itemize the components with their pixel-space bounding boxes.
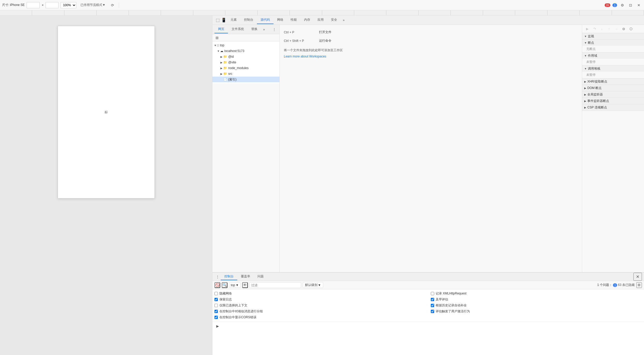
checkbox-right-根据历史记录自动补全[interactable] <box>431 304 434 307</box>
console-eye-btn[interactable]: 👁 <box>242 282 248 288</box>
console-setting-right-记录 XMLHttpRequest: 记录 XMLHttpRequest <box>431 291 642 296</box>
source-left-panel: 网页文件系统替换 » ⋮ ⊞ ▼□top▼☁localhost:5173▶📁@i… <box>212 25 280 272</box>
warning-badge: 1 <box>612 3 617 7</box>
devtools-tab-应用[interactable]: 应用 <box>314 16 327 24</box>
shortcut-run-command: Ctrl + Shift + P 运行命令 <box>284 38 331 44</box>
console-context-arrow: ▼ <box>236 283 239 287</box>
resume-btn[interactable]: ▶ <box>584 26 590 32</box>
console-menu-btn[interactable]: ⋮ <box>214 274 221 280</box>
checkbox-仅限已选择的上下文[interactable] <box>214 304 218 307</box>
tree-item-@id[interactable]: ▶📁@id <box>212 54 279 60</box>
debug-section-header-调用堆栈[interactable]: ▼调用堆栈 <box>582 65 644 72</box>
devtools-tabs-more[interactable]: » <box>341 17 347 24</box>
checkbox-right-评估触发了用户激活行为[interactable] <box>431 310 434 313</box>
ruler-segment <box>290 10 322 16</box>
console-setting-仅限已选择的上下文: 仅限已选择的上下文 <box>214 303 426 308</box>
tree-item-(索引)[interactable]: 📄(索引) <box>212 77 279 82</box>
debug-section-content-作用域: 未暂停 <box>582 59 644 65</box>
tree-icon-folder: 📁 <box>223 55 227 58</box>
workspace-learn-more-link[interactable]: Learn more about Workspaces <box>284 55 326 58</box>
tree-item-node_modules[interactable]: ▶📁node_modules <box>212 65 279 71</box>
console-setting-在控制台中对相似消息进行分组: 在控制台中对相似消息进行分组 <box>214 309 426 314</box>
console-close-btn[interactable]: ✕ <box>633 273 642 281</box>
console-expand-btn[interactable]: ▶ <box>214 323 221 329</box>
device-mode-icon[interactable]: 📱 <box>221 17 227 23</box>
console-tab-问题[interactable]: 问题 <box>254 273 267 280</box>
ruler-segment <box>419 10 451 16</box>
split-view-icon[interactable]: ⊞ <box>214 35 220 41</box>
debug-section-header-全局监听器[interactable]: ▶全局监听器 <box>582 91 644 98</box>
devtools-tab-性能[interactable]: 性能 <box>287 16 300 24</box>
zoom-select[interactable]: 100% 75% 50% <box>61 2 76 8</box>
deactivate-breakpoints-btn[interactable]: ⊝ <box>620 26 627 32</box>
checkbox-right-记录 XMLHttpRequest[interactable] <box>431 292 434 295</box>
close-icon[interactable]: ✕ <box>636 2 642 8</box>
console-level-dropdown[interactable]: 默认级别 ▼ <box>303 282 323 288</box>
console-inspect-btn[interactable]: 🔍 <box>222 282 227 288</box>
debug-section-DOM 断点: ▶DOM 断点 <box>582 85 644 91</box>
console-tab-控制台[interactable]: 控制台 <box>221 273 237 280</box>
tree-item-localhost:5173[interactable]: ▼☁localhost:5173 <box>212 48 279 54</box>
debug-section-header-监视[interactable]: ▼监视 <box>582 33 644 39</box>
tree-item-label: (索引) <box>228 77 236 82</box>
setting-label: 仅限已选择的上下文 <box>219 303 247 308</box>
console-setting-保留日志: 保留日志 <box>214 297 426 302</box>
console-context-dropdown[interactable]: top ▼ <box>229 283 241 288</box>
step-btn[interactable]: → <box>613 26 619 32</box>
checkbox-在控制台中对相似消息进行分组[interactable] <box>214 310 218 313</box>
tree-item-label: top <box>220 43 224 47</box>
checkbox-隐藏网络[interactable] <box>214 292 218 295</box>
console-gear-btn[interactable]: ⚙ <box>636 282 642 288</box>
ruler-segment <box>515 10 547 16</box>
source-subtab-替换[interactable]: 替换 <box>248 25 261 33</box>
setting-label-right: 评估触发了用户激活行为 <box>436 309 470 314</box>
detach-icon[interactable]: ⊡ <box>627 2 634 8</box>
preview-panel: 标 <box>0 16 212 355</box>
devtools-tab-源代码[interactable]: 源代码 <box>257 16 273 24</box>
debug-section-header-DOM 断点[interactable]: ▶DOM 断点 <box>582 85 644 91</box>
width-input[interactable]: 375 <box>27 2 40 8</box>
debug-section-header-XHR/提取断点[interactable]: ▶XHR/提取断点 <box>582 78 644 85</box>
step-out-btn[interactable]: ↑ <box>606 26 612 32</box>
debug-section-XHR/提取断点: ▶XHR/提取断点 <box>582 78 644 85</box>
tree-item-src[interactable]: ▶📁src <box>212 71 279 77</box>
checkbox-保留日志[interactable] <box>214 298 218 301</box>
checkbox-在控制台中显示CORS错误[interactable] <box>214 316 218 319</box>
tree-item-@vite[interactable]: ▶📁@vite <box>212 60 279 65</box>
tree-icon-file: 📄 <box>223 78 227 81</box>
checkbox-right-及早评估[interactable] <box>431 298 434 301</box>
console-clear-btn[interactable]: 🚫 <box>214 282 220 288</box>
debug-section-header-事件监听器断点[interactable]: ▶事件监听器断点 <box>582 98 644 104</box>
tree-arrow: ▼ <box>217 50 220 53</box>
tree-item-top[interactable]: ▼□top <box>212 42 279 48</box>
devtools-tab-元素[interactable]: 元素 <box>227 16 240 24</box>
debug-section-header-作用域[interactable]: ▼作用域 <box>582 53 644 59</box>
inspect-element-icon[interactable]: ⬚ <box>214 17 221 23</box>
console-tab-覆盖率[interactable]: 覆盖率 <box>237 273 254 280</box>
setting-label-right: 及早评估 <box>436 297 448 302</box>
devtools-tab-控制台[interactable]: 控制台 <box>240 16 257 24</box>
source-subtab-文件系统[interactable]: 文件系统 <box>228 25 248 33</box>
pause-on-exception-btn[interactable]: ⬡ <box>628 26 634 32</box>
source-subtab-网页[interactable]: 网页 <box>214 25 228 33</box>
debug-section-header-CSP 违规断点[interactable]: ▶CSP 违规断点 <box>582 104 644 110</box>
rotate-icon[interactable]: ⟳ <box>109 2 116 8</box>
console-issues-label: 1 个问题： <box>597 283 612 287</box>
stream-mode-button[interactable]: 已停用节流模式▼ <box>78 2 107 8</box>
shortcut-open-file: Ctrl + P 打开文件 <box>284 29 331 35</box>
debug-section-header-断点[interactable]: ▼断点 <box>582 40 644 46</box>
source-subtabs-more[interactable]: » <box>261 26 267 33</box>
subtabs-options-icon[interactable]: ⋮ <box>271 26 277 33</box>
console-filter-input[interactable] <box>249 282 301 288</box>
devtools-tab-内存[interactable]: 内存 <box>300 16 314 24</box>
step-into-btn[interactable]: ↓ <box>599 26 605 32</box>
height-input[interactable]: 667 <box>46 2 58 8</box>
debug-section-arrow: ▶ <box>584 100 586 102</box>
shortcut-open-file-action: 打开文件 <box>319 30 331 34</box>
devtools-tab-安全[interactable]: 安全 <box>327 16 341 24</box>
debug-section-label: 监视 <box>588 34 594 39</box>
settings-icon[interactable]: ⚙ <box>619 2 625 8</box>
step-over-btn[interactable]: ↷ <box>591 26 598 32</box>
devtools-tab-网络[interactable]: 网络 <box>273 16 287 24</box>
ruler-segment <box>129 10 161 16</box>
